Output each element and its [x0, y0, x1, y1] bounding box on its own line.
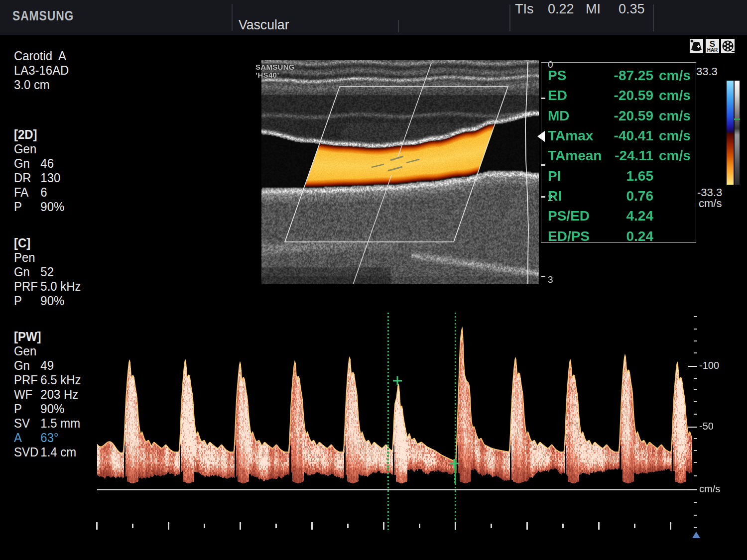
svg-text:HAR: HAR — [707, 47, 718, 53]
